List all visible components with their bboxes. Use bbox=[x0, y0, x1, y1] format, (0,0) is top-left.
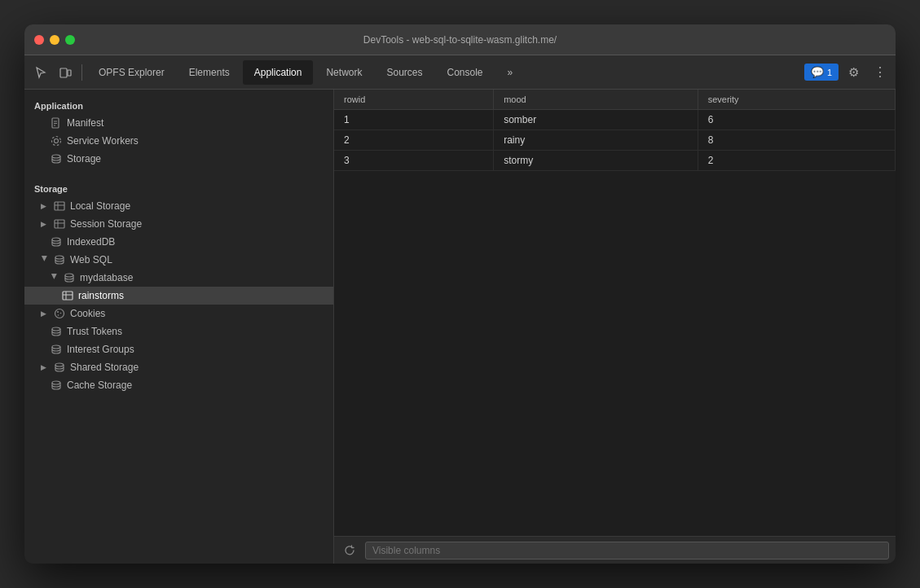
sidebar-item-indexeddb[interactable]: IndexedDB bbox=[24, 233, 333, 251]
db-icon bbox=[51, 236, 62, 248]
close-button[interactable] bbox=[34, 35, 44, 45]
chevron-icon: ▶ bbox=[41, 220, 49, 228]
more-options-button[interactable]: ⋮ bbox=[868, 61, 891, 84]
chevron-open-icon: ▶ bbox=[41, 256, 49, 264]
file-icon bbox=[51, 117, 62, 129]
cookie-icon bbox=[54, 308, 65, 319]
tab-network[interactable]: Network bbox=[315, 60, 373, 85]
maximize-button[interactable] bbox=[65, 35, 75, 45]
svg-rect-1 bbox=[68, 70, 71, 76]
tab-elements[interactable]: Elements bbox=[178, 60, 241, 85]
col-header-mood: mood bbox=[494, 90, 698, 110]
svg-point-15 bbox=[52, 238, 60, 241]
sidebar-item-manifest[interactable]: Manifest bbox=[24, 114, 333, 132]
app-section-label: Application bbox=[24, 96, 333, 114]
svg-point-7 bbox=[52, 137, 61, 146]
titlebar: DevTools - web-sql-to-sqlite-wasm.glitch… bbox=[24, 24, 896, 55]
db-icon bbox=[54, 254, 65, 265]
sidebar-item-interest-groups[interactable]: Interest Groups bbox=[24, 340, 333, 358]
sidebar-item-local-storage[interactable]: ▶ Local Storage bbox=[24, 197, 333, 215]
sidebar-item-mydatabase[interactable]: ▶ mydatabase bbox=[24, 269, 333, 287]
inspect-element-button[interactable] bbox=[29, 61, 52, 84]
gear-icon bbox=[51, 135, 62, 147]
table-cell: rainy bbox=[494, 130, 698, 151]
db-icon bbox=[51, 344, 62, 355]
sidebar-item-web-sql[interactable]: ▶ Web SQL bbox=[24, 251, 333, 269]
refresh-icon bbox=[344, 545, 355, 556]
sidebar-item-rainstorms[interactable]: rainstorms bbox=[24, 287, 333, 305]
svg-point-21 bbox=[55, 309, 64, 318]
table-icon bbox=[62, 290, 73, 301]
table-icon bbox=[54, 218, 65, 230]
table-cell: 8 bbox=[698, 130, 895, 151]
svg-point-17 bbox=[65, 274, 73, 277]
svg-point-22 bbox=[57, 311, 59, 313]
data-table-area: rowid mood severity 1somber62rainy83stor… bbox=[334, 90, 896, 536]
gear-icon: ⚙ bbox=[848, 65, 859, 80]
chevron-icon: ▶ bbox=[41, 309, 49, 318]
sidebar-item-storage-app[interactable]: Storage bbox=[24, 150, 333, 168]
device-toggle-button[interactable] bbox=[54, 61, 77, 84]
sidebar-item-trust-tokens[interactable]: Trust Tokens bbox=[24, 323, 333, 340]
tab-opfs-explorer[interactable]: OPFS Explorer bbox=[87, 60, 176, 85]
chat-badge-button[interactable]: 💬 1 bbox=[804, 64, 839, 81]
db-icon bbox=[51, 380, 62, 391]
table-cell: 2 bbox=[698, 151, 895, 171]
minimize-button[interactable] bbox=[50, 35, 59, 45]
db-icon bbox=[51, 326, 62, 337]
chat-icon: 💬 bbox=[811, 66, 824, 78]
storage-icon bbox=[51, 153, 62, 165]
svg-rect-9 bbox=[55, 202, 64, 210]
svg-point-24 bbox=[58, 314, 59, 316]
svg-point-28 bbox=[52, 381, 60, 384]
settings-button[interactable]: ⚙ bbox=[842, 61, 865, 84]
svg-rect-18 bbox=[63, 292, 73, 300]
table-cell: somber bbox=[494, 110, 698, 130]
traffic-lights bbox=[34, 35, 75, 45]
svg-point-8 bbox=[52, 155, 60, 158]
chevron-icon: ▶ bbox=[41, 363, 49, 371]
table-icon bbox=[54, 200, 65, 212]
toolbar-right: 💬 1 ⚙ ⋮ bbox=[804, 61, 891, 84]
main-content: Application Manifest bbox=[24, 90, 896, 564]
svg-point-16 bbox=[55, 256, 64, 259]
device-icon bbox=[59, 66, 72, 79]
devtools-window: DevTools - web-sql-to-sqlite-wasm.glitch… bbox=[24, 24, 896, 564]
table-cell: 6 bbox=[698, 110, 895, 130]
tab-console[interactable]: Console bbox=[436, 60, 495, 85]
db-icon bbox=[54, 362, 65, 373]
tab-application[interactable]: Application bbox=[243, 60, 314, 85]
tab-more[interactable]: » bbox=[496, 60, 525, 85]
db-icon bbox=[64, 272, 75, 283]
svg-rect-12 bbox=[55, 220, 64, 228]
table-row[interactable]: 3stormy2 bbox=[334, 151, 896, 171]
window-title: DevTools - web-sql-to-sqlite-wasm.glitch… bbox=[363, 34, 557, 46]
svg-point-6 bbox=[55, 139, 59, 143]
table-row[interactable]: 1somber6 bbox=[334, 110, 896, 130]
sidebar-item-shared-storage[interactable]: ▶ Shared Storage bbox=[24, 358, 333, 376]
table-row[interactable]: 2rainy8 bbox=[334, 130, 896, 151]
chevron-open-icon: ▶ bbox=[51, 274, 59, 282]
svg-point-23 bbox=[60, 313, 62, 314]
sidebar-item-cache-storage[interactable]: Cache Storage bbox=[24, 376, 333, 394]
table-cell: stormy bbox=[494, 151, 698, 171]
sidebar-item-session-storage[interactable]: ▶ Session Storage bbox=[24, 215, 333, 233]
col-header-severity: severity bbox=[698, 90, 895, 110]
cursor-icon bbox=[34, 66, 47, 79]
sidebar-item-cookies[interactable]: ▶ Cookies bbox=[24, 305, 333, 323]
table-cell: 3 bbox=[334, 151, 494, 171]
refresh-button[interactable] bbox=[341, 542, 359, 559]
table-cell: 2 bbox=[334, 130, 494, 151]
svg-point-26 bbox=[52, 345, 60, 349]
table-footer bbox=[334, 536, 896, 564]
svg-point-27 bbox=[55, 363, 64, 366]
tab-sources[interactable]: Sources bbox=[375, 60, 434, 85]
content-area: rowid mood severity 1somber62rainy83stor… bbox=[334, 90, 896, 564]
table-cell: 1 bbox=[334, 110, 494, 130]
svg-rect-0 bbox=[60, 68, 67, 77]
visible-columns-input[interactable] bbox=[365, 542, 889, 559]
sidebar: Application Manifest bbox=[24, 90, 334, 564]
storage-section-label: Storage bbox=[24, 179, 333, 197]
data-table: rowid mood severity 1somber62rainy83stor… bbox=[334, 90, 896, 171]
sidebar-item-service-workers[interactable]: Service Workers bbox=[24, 132, 333, 150]
